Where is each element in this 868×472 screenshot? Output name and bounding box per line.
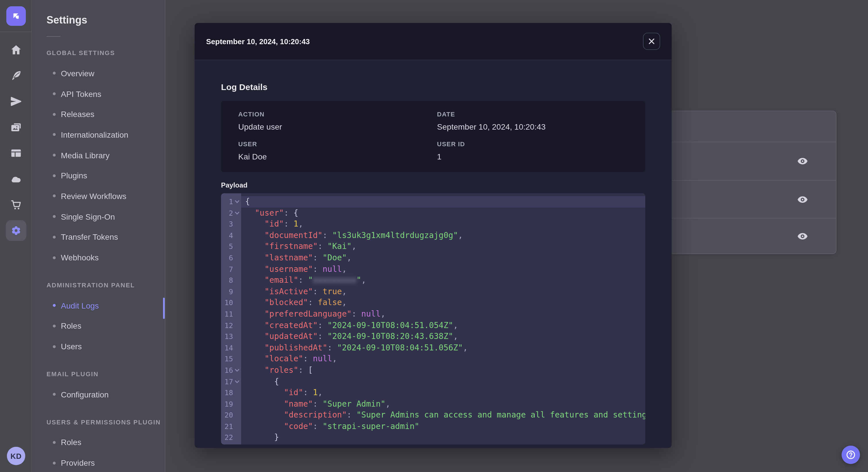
sidebar-item-plugins[interactable]: Plugins [33,165,165,186]
bullet-icon [53,441,56,444]
sidebar-sections: GLOBAL SETTINGSOverviewAPI TokensRelease… [33,42,165,472]
sidebar-item-users[interactable]: Users [33,336,165,357]
code-content: "blocked": false, [241,297,645,308]
sidebar-item-configuration[interactable]: Configuration [33,384,165,405]
rail-item-home[interactable] [0,37,32,63]
rail-item-deploy[interactable] [0,88,32,114]
log-details-grid: ACTIONUpdate userDATESeptember 10, 2024,… [238,111,628,161]
code-content: "roles": [ [241,365,645,376]
payload-label: Payload [221,181,645,189]
modal-body: Log Details ACTIONUpdate userDATESeptemb… [195,60,672,444]
line-number: 2 [221,207,241,218]
chevron-down-icon[interactable] [234,199,240,205]
line-number: 1 [221,196,241,207]
line-number: 8 [221,275,241,286]
sidebar-item-overview[interactable]: Overview [33,63,165,83]
rail-item-media[interactable] [0,114,32,140]
sidebar-item-releases[interactable]: Releases [33,104,165,125]
code-line: 8 "email": "xxxxxxxxx", [221,275,645,286]
rail-item-cloud[interactable] [0,166,32,192]
rail-item-settings[interactable] [0,217,32,243]
user-avatar[interactable]: KD [7,447,25,465]
bullet-icon [53,154,56,157]
sidebar-item-internationalization[interactable]: Internationalization [33,125,165,145]
code-line: 7 "username": null, [221,264,645,275]
code-line: 9 "isActive": true, [221,286,645,297]
bullet-icon [53,304,56,307]
send-icon [9,95,22,107]
bullet-icon [53,72,56,75]
sidebar-item-label: Releases [61,109,94,119]
sidebar-item-label: Single Sign-On [61,212,115,221]
active-item-indicator [163,298,165,319]
sidebar-item-webhooks[interactable]: Webhooks [33,247,165,268]
bullet-icon [53,461,56,464]
field-label: USER [238,140,437,147]
sidebar-item-roles[interactable]: Roles [33,432,165,452]
close-button[interactable] [643,33,660,50]
sidebar-section: ADMINISTRATION PANELAudit LogsRolesUsers [33,275,165,357]
code-content: "lastname": "Doe", [241,252,645,264]
sidebar-item-label: Internationalization [61,130,128,139]
view-log-button[interactable] [797,156,808,167]
sidebar-item-audit-logs[interactable]: Audit Logs [33,295,165,316]
sidebar-item-api-tokens[interactable]: API Tokens [33,83,165,104]
log-details-card: ACTIONUpdate userDATESeptember 10, 2024,… [221,101,645,172]
bullet-icon [53,236,56,239]
sidebar-item-label: Overview [61,69,94,78]
bullet-icon [53,256,56,259]
code-line: 1 { [221,196,645,207]
sidebar-item-single-sign-on[interactable]: Single Sign-On [33,206,165,227]
sidebar-item-transfer-tokens[interactable]: Transfer Tokens [33,227,165,247]
payload-code-editor[interactable]: 1 {2 "user": {3 "id": 1,4 "documentId": … [221,193,645,444]
chevron-down-icon[interactable] [234,368,240,373]
page-title: Settings [46,14,165,26]
rail-item-marketplace[interactable] [0,192,32,217]
home-icon [9,43,22,56]
code-content: ] [241,443,645,444]
sidebar-item-label: Transfer Tokens [61,233,118,242]
sidebar-item-roles[interactable]: Roles [33,316,165,336]
sidebar-item-review-workflows[interactable]: Review Workflows [33,186,165,206]
code-line: 16 "roles": [ [221,365,645,376]
log-details-heading: Log Details [221,82,645,92]
sidebar-item-label: Review Workflows [61,192,126,201]
line-number: 13 [221,331,241,342]
sidebar-item-label: Configuration [61,390,109,399]
code-line: 17 { [221,376,645,387]
code-content: "documentId": "ls3uk3g1xm4ltdrdugzajg0g"… [241,230,645,241]
code-content: "email": "xxxxxxxxx", [241,275,645,286]
sidebar-item-media-library[interactable]: Media Library [33,145,165,165]
sidebar-section: EMAIL PLUGINConfiguration [33,364,165,405]
help-button[interactable] [842,446,860,464]
line-number: 23 [221,443,241,444]
code-line: 22 } [221,432,645,443]
close-icon [648,37,656,45]
chevron-down-icon[interactable] [234,210,240,216]
eye-icon [797,194,808,205]
view-log-button[interactable] [797,230,808,242]
chevron-down-icon[interactable] [234,379,240,384]
rail-item-releases[interactable] [0,140,32,166]
sidebar-item-label: Roles [61,322,82,331]
bullet-icon [53,325,56,328]
field-value: September 10, 2024, 10:20:43 [437,122,628,131]
sidebar-item-providers[interactable]: Providers [33,453,165,472]
sidebar-item-label: Plugins [61,171,87,180]
view-log-button[interactable] [797,194,808,205]
sidebar-item-label: Webhooks [61,253,99,262]
field-value: Kai Doe [238,152,437,161]
line-number: 12 [221,320,241,331]
sidebar-item-label: Users [61,342,82,351]
bullet-icon [53,113,56,115]
line-number: 19 [221,398,241,409]
workplace-switcher[interactable] [0,0,32,32]
code-content: "publishedAt": "2024-09-10T08:04:51.056Z… [241,342,645,353]
rail-item-content[interactable] [0,63,32,88]
bullet-icon [53,195,56,198]
field-value: Update user [238,122,437,131]
bullet-icon [53,133,56,136]
line-number: 11 [221,308,241,320]
question-mark-icon [846,450,856,460]
code-content: "username": null, [241,264,645,275]
